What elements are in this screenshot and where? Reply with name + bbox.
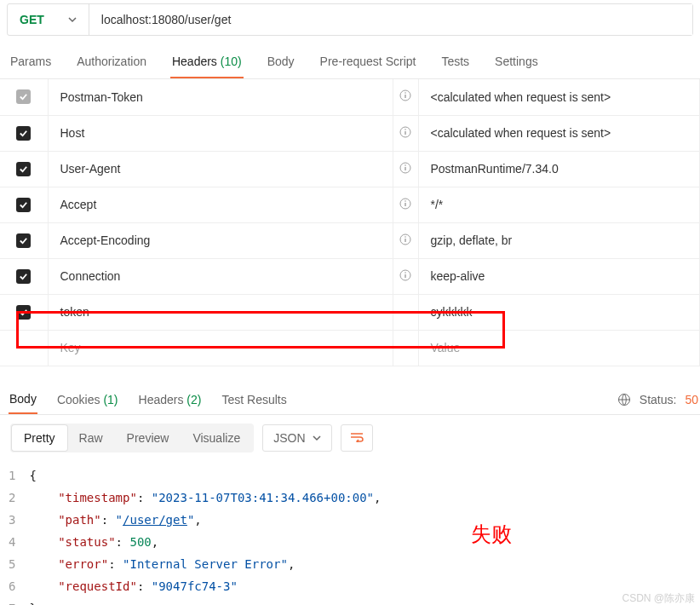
svg-rect-2 [405, 95, 405, 98]
header-row: Host<calculated when request is sent> [0, 115, 700, 151]
svg-point-4 [405, 129, 406, 130]
svg-point-1 [405, 92, 406, 94]
header-key[interactable]: token [48, 294, 393, 330]
header-row-new[interactable]: KeyValue [0, 330, 700, 366]
info-icon[interactable] [399, 163, 411, 176]
header-row: Accept*/* [0, 187, 700, 222]
tab-settings[interactable]: Settings [493, 46, 540, 78]
header-checkbox[interactable] [16, 198, 31, 212]
header-value[interactable]: <calculated when request is sent> [418, 79, 700, 115]
headers-table: Postman-Token<calculated when request is… [0, 79, 700, 366]
watermark: CSDN @陈亦康 [622, 591, 695, 605]
header-checkbox[interactable] [16, 162, 31, 176]
header-checkbox[interactable] [16, 305, 31, 320]
header-value[interactable]: keep-alive [418, 258, 700, 294]
info-icon[interactable] [399, 127, 411, 141]
annotation-fail: 失败 [471, 521, 512, 548]
response-tabs: Body Cookies (1) Headers (2) Test Result… [0, 378, 700, 415]
response-body[interactable]: 1234567 { "timestamp": "2023-11-07T03:41… [0, 461, 700, 606]
view-bar: Pretty Raw Preview Visualize JSON [0, 415, 700, 461]
request-tabs: Params Authorization Headers (10) Body P… [0, 46, 700, 79]
svg-rect-8 [405, 167, 405, 170]
svg-point-10 [405, 200, 406, 202]
response-meta: Status: 50 [617, 393, 698, 406]
info-icon[interactable] [399, 90, 411, 104]
request-bar: GET [7, 3, 693, 36]
header-key[interactable]: Accept [48, 187, 393, 222]
header-key-input[interactable]: Key [48, 330, 393, 366]
header-row: Connectionkeep-alive [0, 258, 700, 294]
header-checkbox[interactable] [16, 269, 31, 284]
view-raw[interactable]: Raw [67, 425, 115, 451]
svg-rect-17 [405, 274, 405, 278]
header-value[interactable]: gzip, deflate, br [418, 222, 700, 258]
response-tab-body[interactable]: Body [9, 385, 37, 414]
view-visualize[interactable]: Visualize [181, 425, 252, 451]
info-icon[interactable] [399, 199, 411, 212]
svg-point-7 [405, 164, 406, 166]
header-row: tokencykkkkk [0, 294, 700, 330]
header-row: Accept-Encodinggzip, deflate, br [0, 222, 700, 258]
svg-rect-14 [405, 239, 405, 242]
response-tab-headers[interactable]: Headers (2) [138, 386, 203, 413]
header-key[interactable]: Postman-Token [48, 79, 393, 115]
line-gutter: 1234567 [0, 464, 29, 606]
header-row: User-AgentPostmanRuntime/7.34.0 [0, 151, 700, 187]
header-value-input[interactable]: Value [418, 330, 700, 366]
wrap-icon [350, 432, 364, 442]
url-input[interactable] [89, 4, 692, 35]
tab-headers[interactable]: Headers (10) [170, 46, 244, 78]
tab-tests[interactable]: Tests [439, 46, 471, 78]
header-value[interactable]: PostmanRuntime/7.34.0 [418, 151, 700, 187]
header-checkbox[interactable] [16, 233, 31, 248]
chevron-down-icon [313, 434, 321, 442]
tab-prerequest[interactable]: Pre-request Script [318, 46, 418, 78]
header-value[interactable]: <calculated when request is sent> [418, 115, 700, 151]
json-code: { "timestamp": "2023-11-07T03:41:34.466+… [29, 464, 381, 606]
svg-point-16 [405, 272, 406, 274]
tab-body[interactable]: Body [266, 46, 296, 78]
method-select[interactable]: GET [8, 4, 89, 35]
view-pretty[interactable]: Pretty [12, 425, 67, 451]
method-label: GET [20, 13, 44, 26]
response-tab-cookies[interactable]: Cookies (1) [56, 386, 119, 413]
info-icon[interactable] [399, 234, 411, 248]
svg-rect-11 [405, 203, 405, 206]
header-row: Postman-Token<calculated when request is… [0, 79, 700, 115]
format-select[interactable]: JSON [262, 424, 331, 452]
view-mode-group: Pretty Raw Preview Visualize [10, 424, 254, 452]
header-checkbox[interactable] [16, 126, 31, 141]
tab-authorization[interactable]: Authorization [75, 46, 148, 78]
info-icon[interactable] [399, 270, 411, 284]
response-tab-tests[interactable]: Test Results [221, 386, 287, 413]
header-key[interactable]: Host [48, 115, 393, 151]
tab-params[interactable]: Params [9, 46, 53, 78]
chevron-down-icon [68, 15, 77, 24]
header-value[interactable]: */* [418, 187, 700, 222]
header-key[interactable]: Accept-Encoding [48, 222, 393, 258]
svg-point-13 [405, 236, 406, 238]
header-checkbox[interactable] [16, 89, 31, 104]
header-value[interactable]: cykkkkk [418, 294, 700, 330]
view-preview[interactable]: Preview [115, 425, 181, 451]
globe-icon[interactable] [617, 393, 631, 406]
header-key[interactable]: Connection [48, 258, 393, 294]
header-key[interactable]: User-Agent [48, 151, 393, 187]
wrap-lines-button[interactable] [341, 424, 373, 452]
svg-rect-5 [405, 131, 405, 135]
